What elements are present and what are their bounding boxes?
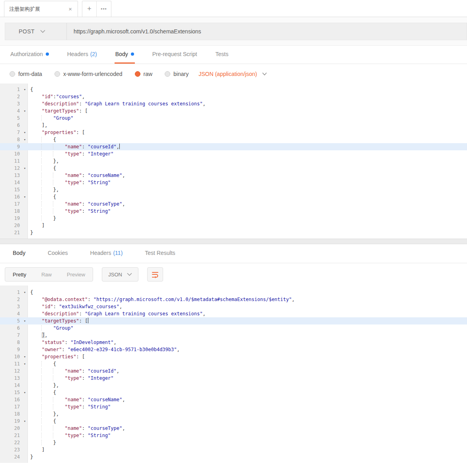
code-line[interactable]: 2 "id":"courses", [0,93,467,100]
code-line[interactable]: 13 "name": "courseName", [0,172,467,179]
radio-icon[interactable] [10,71,15,77]
body-mode-raw[interactable]: raw [135,71,153,77]
new-tab-button[interactable]: + [82,1,97,17]
code-line[interactable]: 19▾ { [0,418,467,425]
content-type-selector[interactable]: JSON (application/json) [198,71,267,77]
view-mode-preview[interactable]: Preview [59,268,93,281]
radio-icon[interactable] [135,71,140,77]
close-tab-icon[interactable]: × [68,6,73,12]
code-line[interactable]: 21 "type": "String" [0,432,467,439]
code-line[interactable]: 17 "type": "String" [0,403,467,410]
view-mode-pretty[interactable]: Pretty [5,268,34,281]
code-line[interactable]: 3 "id": "ext3uikwfwz_courses", [0,303,467,310]
request-body-editor[interactable]: 1▾{2 "id":"courses",3 "description": "Gr… [0,84,467,239]
code-line[interactable]: 21} [0,229,467,236]
fold-icon[interactable]: ▾ [24,353,26,360]
code-line[interactable]: 22 } [0,439,467,446]
tab-cookies[interactable]: Cookies [45,244,71,263]
code-line[interactable]: 6 ], [0,122,467,129]
body-mode-binary[interactable]: binary [165,71,189,77]
response-format-selector[interactable]: JSON [102,267,138,282]
code-line[interactable]: 13 "type": "Integer" [0,375,467,382]
code-line[interactable]: 5▾ "targetTypes": [ [0,317,467,324]
code-line[interactable]: 18 "type": "String" [0,208,467,215]
line-number: 10 [14,354,20,359]
code-line[interactable]: 9 "owner": "e6ec4002-e329-41cb-9571-b30e… [0,346,467,353]
code-line[interactable]: 16 "name": "courseName", [0,396,467,403]
body-mode-label: raw [144,71,153,77]
code-line[interactable]: 1▾{ [0,289,467,296]
tab-pre-request-script[interactable]: Pre-request Script [152,46,198,64]
tab-label: Tests [216,51,229,57]
code-line[interactable]: 24} [0,453,467,460]
method-selector[interactable]: POST [5,23,67,40]
tab-label: Pre-request Script [152,51,197,57]
code-line[interactable]: 7▾ "properties": [ [0,129,467,136]
line-number: 2 [17,94,20,99]
code-line[interactable]: 4▾ "targetTypes": [ [0,107,467,115]
code-line[interactable]: 17 "name": "courseType", [0,200,467,208]
code-line[interactable]: 5 "Group" [0,115,467,122]
fold-icon[interactable]: ▾ [24,86,26,93]
tab-authorization[interactable]: Authorization [10,46,50,64]
code-line[interactable]: 16▾ { [0,193,467,200]
fold-icon[interactable]: ▾ [24,289,26,296]
tab-body[interactable]: Body [10,244,29,263]
fold-icon[interactable]: ▾ [24,360,26,367]
code-line[interactable]: 12▾ { [0,165,467,172]
code-line[interactable]: 12 "name": "courseId", [0,367,467,375]
line-number: 3 [17,101,20,107]
tab-headers[interactable]: Headers(2) [66,46,98,64]
tab-tests[interactable]: Tests [215,46,230,64]
code-line[interactable]: 9 "name": "courseId", [0,143,467,150]
body-mode-form-data[interactable]: form-data [10,71,42,77]
code-line[interactable]: 6 "Group" [0,324,467,332]
code-line[interactable]: 18 }, [0,410,467,418]
code-line[interactable]: 14 }, [0,382,467,389]
gutter: 12▾ [0,165,28,172]
code-line[interactable]: 11▾ { [0,360,467,367]
code-line[interactable]: 10 "type": "Integer" [0,150,467,157]
fold-icon[interactable]: ▾ [24,165,26,172]
more-tabs-button[interactable]: ••• [97,1,111,17]
fold-icon[interactable]: ▾ [24,107,26,115]
tab-body[interactable]: Body [115,46,135,64]
code-line[interactable]: 23 ] [0,446,467,453]
code-line[interactable]: 15▾ { [0,389,467,396]
url-bar-section: POST https://graph.microsoft.com/v1.0/sc… [0,17,467,46]
code-line[interactable]: 1▾{ [0,86,467,93]
code-line[interactable]: 3 "description": "Graph Learn training c… [0,100,467,107]
gutter: 11▾ [0,360,28,367]
pane-divider[interactable] [0,239,467,244]
code-line[interactable]: 8 "status": "InDevelopment", [0,339,467,346]
code-line[interactable]: 11 }, [0,157,467,165]
fold-icon[interactable]: ▾ [24,389,26,396]
fold-icon[interactable]: ▾ [24,193,26,200]
code-line[interactable]: 2 "@odata.context": "https://graph.micro… [0,296,467,303]
code-line[interactable]: 15 }, [0,186,467,193]
request-tab[interactable]: 注册架构扩展 × [4,1,78,17]
code-line[interactable]: 4 "description": "Graph Learn training c… [0,310,467,317]
code-line[interactable]: 10▾ "properties": [ [0,353,467,360]
tab-headers[interactable]: Headers(11) [87,244,126,263]
gutter: 16 [0,396,28,403]
url-input[interactable]: https://graph.microsoft.com/v1.0/schemaE… [67,23,467,40]
tab-count-badge: (11) [113,250,123,256]
fold-icon[interactable]: ▾ [24,129,26,136]
fold-icon[interactable]: ▾ [24,418,26,425]
wrap-lines-button[interactable] [147,267,163,282]
view-mode-raw[interactable]: Raw [34,268,59,281]
code-line[interactable]: 20 "name": "courseType", [0,425,467,432]
fold-icon[interactable]: ▾ [24,136,26,143]
body-mode-x-www-form-urlencoded[interactable]: x-www-form-urlencoded [54,71,123,77]
code-line[interactable]: 8▾ { [0,136,467,143]
radio-icon[interactable] [165,71,170,77]
code-line[interactable]: 7 ], [0,332,467,339]
radio-icon[interactable] [54,71,60,77]
fold-icon[interactable]: ▾ [24,317,26,324]
code-line[interactable]: 19 } [0,215,467,222]
code-line[interactable]: 20 ] [0,222,467,229]
response-body-editor[interactable]: 1▾{2 "@odata.context": "https://graph.mi… [0,286,467,463]
tab-test-results[interactable]: Test Results [142,244,178,263]
code-line[interactable]: 14 "type": "String" [0,179,467,186]
